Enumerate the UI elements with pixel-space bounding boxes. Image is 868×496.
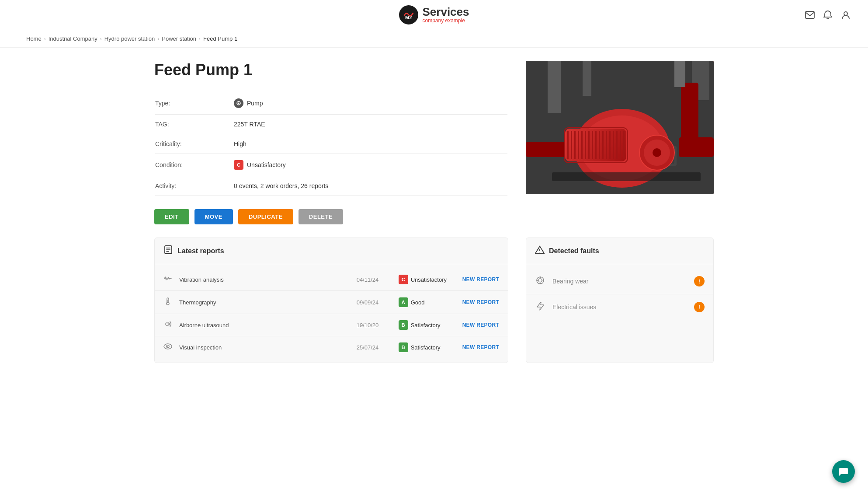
svg-point-59 <box>537 280 538 281</box>
thermo-status-text: Good <box>411 299 425 306</box>
svg-rect-39 <box>526 142 565 157</box>
logo-title: Services <box>423 6 469 17</box>
ultrasound-status-text: Satisfactory <box>411 322 441 328</box>
vibration-new-report[interactable]: NEW REPORT <box>462 276 499 283</box>
vibration-date: 04/11/24 <box>357 276 392 283</box>
app-header: M2 Services company example <box>0 0 868 30</box>
logo-icon: M2 <box>399 5 418 24</box>
fault-row-electrical: Electrical issues ! <box>526 294 713 320</box>
mail-icon[interactable] <box>805 11 815 19</box>
bearing-wear-label: Bearing wear <box>552 278 687 285</box>
ultrasound-name: Airborne ultrasound <box>179 322 350 328</box>
svg-rect-29 <box>616 131 618 159</box>
svg-rect-19 <box>581 131 583 159</box>
user-icon[interactable] <box>841 10 851 20</box>
svg-rect-2 <box>806 11 814 18</box>
breadcrumb-home[interactable]: Home <box>26 35 42 42</box>
logo-subtitle: company example <box>423 17 469 24</box>
visual-new-report[interactable]: NEW REPORT <box>462 344 499 350</box>
condition-label: Condition: <box>155 161 234 168</box>
logo: M2 Services company example <box>399 5 469 24</box>
svg-rect-40 <box>552 172 701 181</box>
svg-point-5 <box>238 103 240 104</box>
header-actions <box>805 10 851 20</box>
ultrasound-date: 19/10/20 <box>357 322 392 328</box>
thermo-icon <box>163 297 172 307</box>
svg-point-56 <box>538 279 542 282</box>
bell-icon[interactable] <box>823 10 832 20</box>
faults-header: Detected faults <box>526 238 713 264</box>
faults-header-icon <box>535 245 545 257</box>
right-column <box>526 61 714 194</box>
breadcrumb-current: Feed Pump 1 <box>203 35 237 42</box>
criticality-value: High <box>234 140 507 147</box>
criticality-row: Criticality: High <box>155 134 507 154</box>
left-column: Feed Pump 1 Type: Pump <box>154 61 508 224</box>
svg-rect-9 <box>583 61 591 96</box>
latest-reports-title: Latest reports <box>177 247 224 255</box>
breadcrumb-sep-1: › <box>44 36 46 42</box>
move-button[interactable]: MOVE <box>194 209 233 224</box>
type-text: Pump <box>247 100 263 107</box>
svg-rect-27 <box>609 131 611 159</box>
latest-reports-body: Vibration analysis 04/11/24 C Unsatisfac… <box>155 264 508 363</box>
ultrasound-status: B Satisfactory <box>399 320 455 330</box>
svg-point-58 <box>540 283 541 284</box>
thermo-status: A Good <box>399 297 455 307</box>
page-title: Feed Pump 1 <box>154 61 508 79</box>
electrical-alert-icon: ! <box>694 302 705 312</box>
ultrasound-new-report[interactable]: NEW REPORT <box>462 322 499 328</box>
svg-rect-17 <box>574 131 576 159</box>
tag-value: 225T RTAE <box>234 121 507 128</box>
svg-point-54 <box>539 252 540 253</box>
breadcrumb-power[interactable]: Power station <box>162 35 196 42</box>
svg-rect-30 <box>620 131 621 159</box>
criticality-label: Criticality: <box>155 140 234 147</box>
visual-status-text: Satisfactory <box>411 344 441 351</box>
type-value: Pump <box>234 98 507 108</box>
details-table: Type: Pump TAG: 225T <box>154 91 508 197</box>
logo-text: Services company example <box>423 6 469 24</box>
condition-value: C Unsatisfactory <box>234 160 507 170</box>
visual-badge: B <box>399 342 408 352</box>
svg-point-43 <box>653 148 661 157</box>
asset-image <box>526 61 714 194</box>
fault-row-bearing: Bearing wear ! <box>526 269 713 294</box>
svg-rect-16 <box>571 131 572 159</box>
report-row-thermo: Thermography 09/09/24 A Good NEW REPORT <box>155 291 508 314</box>
thermo-new-report[interactable]: NEW REPORT <box>462 299 499 305</box>
thermo-badge: A <box>399 297 408 307</box>
condition-text: Unsatisfactory <box>247 161 286 168</box>
breadcrumb-hydro[interactable]: Hydro power station <box>104 35 155 42</box>
delete-button[interactable]: DELETE <box>299 209 343 224</box>
duplicate-button[interactable]: DUPLICATE <box>238 209 293 224</box>
latest-reports-header: Latest reports <box>155 238 508 264</box>
svg-point-51 <box>167 346 168 347</box>
thermo-date: 09/09/24 <box>357 299 392 306</box>
breadcrumb-industrial[interactable]: Industrial Company <box>49 35 97 42</box>
content-grid: Feed Pump 1 Type: Pump <box>154 61 714 224</box>
reports-header-icon <box>163 245 173 257</box>
detected-faults-card: Detected faults Bearing wear <box>526 238 714 363</box>
svg-rect-24 <box>599 131 600 159</box>
svg-rect-37 <box>681 83 698 142</box>
svg-point-3 <box>844 12 847 15</box>
vibration-icon <box>163 275 172 284</box>
faults-title: Detected faults <box>549 247 599 255</box>
svg-rect-31 <box>623 131 625 159</box>
electrical-issues-label: Electrical issues <box>552 304 687 311</box>
report-row-ultrasound: Airborne ultrasound 19/10/20 B Satisfact… <box>155 314 508 336</box>
vibration-status: C Unsatisfactory <box>399 275 455 284</box>
svg-rect-23 <box>595 131 597 159</box>
cards-row: Latest reports Vibration analysis 04/11/… <box>154 238 714 363</box>
pump-icon <box>234 98 243 108</box>
activity-row: Activity: 0 events, 2 work orders, 26 re… <box>155 176 507 196</box>
ultrasound-icon <box>163 321 172 329</box>
report-row-vibration: Vibration analysis 04/11/24 C Unsatisfac… <box>155 269 508 291</box>
edit-button[interactable]: EDIT <box>154 209 189 224</box>
report-row-visual: Visual inspection 25/07/24 B Satisfactor… <box>155 336 508 358</box>
svg-rect-28 <box>613 131 614 159</box>
action-buttons: EDIT MOVE DUPLICATE DELETE <box>154 209 508 224</box>
faults-body: Bearing wear ! Electrical issues ! <box>526 264 713 324</box>
vibration-name: Vibration analysis <box>179 276 350 283</box>
